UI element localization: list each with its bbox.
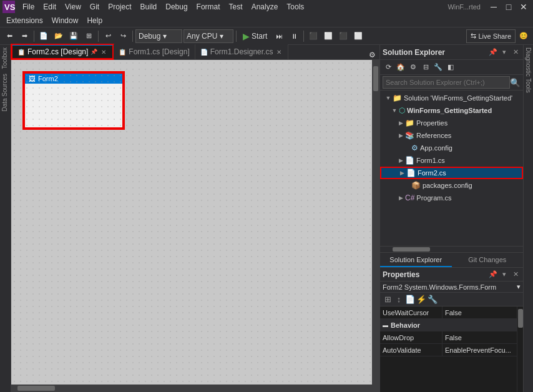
- se-tab-git-changes[interactable]: Git Changes: [452, 253, 524, 267]
- tree-solution[interactable]: ▼ 📁 Solution 'WinForms_GettingStarted': [380, 92, 523, 104]
- step-over-button[interactable]: ⏭: [272, 29, 286, 43]
- menu-build[interactable]: Build: [137, 0, 161, 14]
- tree-item-form2[interactable]: ▶ 📄 Form2.cs: [380, 167, 523, 179]
- menu-view[interactable]: View: [61, 0, 85, 14]
- scroll-thumb-h[interactable]: [17, 386, 55, 391]
- open-button[interactable]: 📂: [52, 29, 66, 43]
- form-body[interactable]: [25, 84, 122, 127]
- menu-help[interactable]: Help: [83, 14, 106, 27]
- props-help-button[interactable]: 🔧: [428, 295, 438, 305]
- tab-form1-design[interactable]: 📋 Form1.cs [Design]: [114, 44, 195, 59]
- props-event-button[interactable]: ⚡: [416, 295, 426, 305]
- tree-project[interactable]: ▼ ⬡ WinForms_GettingStarted: [380, 104, 523, 117]
- sep3: [132, 31, 133, 42]
- menu-window[interactable]: Window: [48, 14, 82, 27]
- maximize-button[interactable]: □: [502, 0, 516, 14]
- pin-panel-button[interactable]: 📌: [488, 47, 498, 57]
- back-button[interactable]: ⬅: [2, 29, 16, 43]
- toolbar-btn9[interactable]: ⬜: [351, 29, 365, 43]
- vs-logo: VS: [2, 1, 15, 13]
- program-arrow: ▶: [398, 195, 404, 201]
- undo-button[interactable]: ↩: [101, 29, 115, 43]
- se-filter-button[interactable]: ⚙: [408, 62, 419, 73]
- redo-button[interactable]: ↪: [116, 29, 130, 43]
- properties-content: UseWaitCursor False ▬ Behavior AllowDrop…: [380, 306, 523, 392]
- diagnostic-tools-label[interactable]: Diagnostic Tools: [524, 45, 533, 96]
- menu-extensions[interactable]: Extensions: [2, 14, 47, 27]
- tree-item-form1[interactable]: ▶ 📄 Form1.cs: [380, 154, 523, 167]
- se-tab-solution-explorer[interactable]: Solution Explorer: [380, 253, 452, 267]
- menu-tools[interactable]: Tools: [283, 0, 308, 14]
- menu-format[interactable]: Format: [193, 0, 224, 14]
- props-scroll-thumb[interactable]: [518, 309, 523, 328]
- toolbar-btn6[interactable]: ⬛: [306, 29, 320, 43]
- se-scroll-thumb[interactable]: [393, 247, 430, 252]
- tab-icon1: 📋: [17, 49, 25, 56]
- toolbox-label[interactable]: Toolbox: [0, 45, 11, 71]
- debug-mode-dropdown[interactable]: Debug ▾: [135, 29, 182, 43]
- toolbar-btn7[interactable]: ⬜: [321, 29, 335, 43]
- props-pin-button[interactable]: 📌: [488, 270, 498, 280]
- menu-test[interactable]: Test: [225, 0, 247, 14]
- canvas-scrollbar-vertical[interactable]: [372, 60, 379, 385]
- chevron-down-icon: ▾: [163, 32, 167, 41]
- menu-project[interactable]: Project: [104, 0, 135, 14]
- start-button[interactable]: ▶ Start: [239, 29, 271, 43]
- sep1: [34, 31, 34, 42]
- save-button[interactable]: 💾: [67, 29, 81, 43]
- tab-close-1[interactable]: ✕: [100, 49, 107, 56]
- se-sync-button[interactable]: ⟳: [383, 62, 394, 73]
- tab-form2-design[interactable]: 📋 Form2.cs [Design] 📌 ✕: [11, 44, 114, 59]
- cpu-mode-dropdown[interactable]: Any CPU ▾: [183, 29, 233, 43]
- section-minus-icon: ▬: [383, 322, 388, 328]
- tab-form1-designer[interactable]: 📄 Form1.Designer.cs ✕: [195, 44, 289, 59]
- close-button[interactable]: ✕: [517, 0, 531, 14]
- se-search-button[interactable]: 🔍: [510, 78, 521, 87]
- properties-panel: Properties 📌 ▾ ✕ Form2 System.Windows.Fo…: [380, 267, 523, 392]
- feedback-button[interactable]: 😊: [517, 29, 531, 43]
- form2-arrow: ▶: [399, 170, 405, 176]
- form-window[interactable]: 🖼 Form2: [24, 72, 124, 129]
- menu-git[interactable]: Git: [86, 0, 103, 14]
- tree-item-packages[interactable]: 📦 packages.config: [380, 179, 523, 192]
- close-panel-button[interactable]: ✕: [511, 47, 521, 57]
- live-share-button[interactable]: ⇆ Live Share: [466, 29, 516, 43]
- scroll-thumb-v[interactable]: [373, 66, 378, 91]
- se-refresh-button[interactable]: 🏠: [395, 62, 406, 73]
- props-close-button[interactable]: ✕: [511, 270, 521, 280]
- tab-settings-button[interactable]: ⚙: [365, 51, 379, 59]
- se-view-button[interactable]: ◧: [445, 62, 456, 73]
- pause-button[interactable]: ⏸: [287, 29, 301, 43]
- props-scrollbar[interactable]: [517, 306, 523, 392]
- menu-file[interactable]: File: [19, 0, 38, 14]
- tree-item-appconfig[interactable]: ⚙ App.config: [380, 142, 523, 154]
- se-scroll-h[interactable]: [380, 246, 523, 252]
- new-project-button[interactable]: 📄: [37, 29, 51, 43]
- se-collapse-button[interactable]: ⊟: [420, 62, 431, 73]
- tree-item-references[interactable]: ▶ 📚 References: [380, 129, 523, 142]
- tree-item-program[interactable]: ▶ C# Program.cs: [380, 192, 523, 204]
- data-sources-label[interactable]: Data Sources: [0, 71, 11, 114]
- props-dropdown-icon[interactable]: ▾: [517, 283, 521, 291]
- menu-debug[interactable]: Debug: [162, 0, 191, 14]
- save-all-button[interactable]: ⊞: [82, 29, 95, 43]
- se-search-input[interactable]: [383, 76, 510, 89]
- props-category-button[interactable]: ⊞: [383, 295, 393, 305]
- props-sort-button[interactable]: ↕: [394, 295, 404, 305]
- solution-explorer-header: Solution Explorer 📌 ▾ ✕: [380, 45, 523, 60]
- canvas-scrollbar-horizontal[interactable]: [11, 385, 379, 392]
- tree-item-properties[interactable]: ▶ 📁 Properties: [380, 117, 523, 129]
- toolbar-btn8[interactable]: ⬛: [336, 29, 350, 43]
- forward-button[interactable]: ➡: [17, 29, 31, 43]
- minimize-button[interactable]: ─: [487, 0, 501, 14]
- menu-edit[interactable]: Edit: [39, 0, 60, 14]
- se-properties-button[interactable]: 🔧: [433, 62, 444, 73]
- solution-tree: ▼ 📁 Solution 'WinForms_GettingStarted' ▼…: [380, 91, 523, 246]
- menu-analyze[interactable]: Analyze: [248, 0, 282, 14]
- props-view-button[interactable]: 📄: [405, 295, 415, 305]
- tab-close-3[interactable]: ✕: [275, 49, 283, 56]
- chevron-down-icon2: ▾: [220, 32, 223, 41]
- pin-icon[interactable]: 📌: [90, 49, 97, 55]
- panel-menu-button[interactable]: ▾: [499, 47, 509, 57]
- props-menu-button[interactable]: ▾: [499, 270, 509, 280]
